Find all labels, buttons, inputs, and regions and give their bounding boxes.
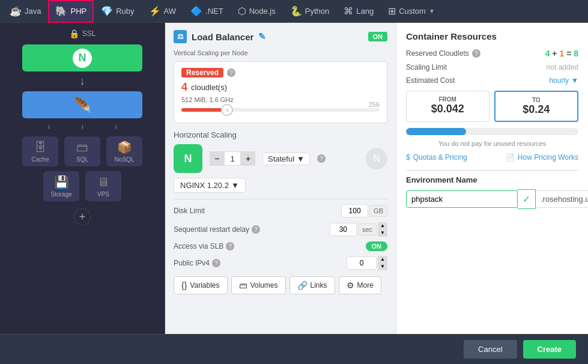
stateful-select[interactable]: Stateful ▼ [262, 153, 310, 165]
restart-down-button[interactable]: ▼ [378, 229, 387, 237]
ipv4-stepper[interactable]: ▲ ▼ [378, 256, 387, 270]
tab-custom[interactable]: ⊞ Custom ▼ [381, 0, 442, 23]
disk-limit-label: Disk Limit [174, 207, 205, 215]
scaling-limit-value: not added [547, 63, 578, 71]
nginx-block[interactable]: N [22, 44, 142, 71]
tab-nodejs[interactable]: ⬡ Node.js [231, 0, 283, 23]
tab-java-label: Java [25, 7, 41, 16]
slider-container: 256 ⊙ [181, 108, 380, 112]
links-icon: 🔗 [297, 281, 308, 290]
horizontal-scaling-section: Horizontal Scaling N − 1 + Stateful ▼ ? … [174, 130, 387, 193]
nosql-icon: 📦 [117, 140, 132, 154]
storage-label: Storage [50, 191, 71, 198]
main-content: 🔒 SSL N ↓ 🪶 ↓ ↓ ↓ 🗄 Cache 🗃 SQL [0, 23, 588, 334]
bottom-bar: Cancel Create [0, 334, 588, 364]
slb-help-icon[interactable]: ? [226, 242, 234, 250]
quotas-pricing-link[interactable]: $ Quotas & Pricing [406, 153, 467, 162]
ipv4-down-button[interactable]: ▼ [378, 263, 387, 270]
slb-row: Access via SLB ? ON [174, 241, 387, 251]
cloudlet-specs: 512 MiB, 1.6 GHz [181, 96, 380, 103]
stepper-minus-button[interactable]: − [210, 151, 224, 166]
restart-delay-row: Sequential restart delay ? sec ▲ ▼ [174, 222, 387, 237]
restart-stepper[interactable]: ▲ ▼ [378, 222, 387, 237]
storage-box[interactable]: 💾 Storage [43, 171, 79, 201]
horizontal-scaling-label: Horizontal Scaling [174, 130, 387, 139]
env-name-label: Environment Name [406, 175, 578, 184]
tab-ruby-label: Ruby [116, 7, 134, 16]
vps-label: VPS [97, 191, 109, 198]
reserved-cloudlets-label-container: Reserved Cloudlets ? [406, 49, 480, 58]
cancel-button[interactable]: Cancel [464, 340, 517, 359]
tab-php[interactable]: 🐘 PHP [48, 0, 94, 23]
ipv4-help-icon[interactable]: ? [212, 259, 220, 267]
tab-bar: ☕ Java 🐘 PHP 💎 Ruby ⚡ AW 🔷 .NET ⬡ Node.j… [0, 0, 588, 23]
calc-eq: = [566, 49, 574, 58]
links-button[interactable]: 🔗 Links [289, 276, 335, 294]
scaling-limit-row: Scaling Limit not added [406, 63, 578, 71]
edit-icon[interactable]: ✎ [258, 31, 266, 42]
reserved-help-icon[interactable]: ? [227, 68, 235, 77]
nosql-box[interactable]: 📦 NoSQL [106, 136, 142, 166]
lb-toggle[interactable]: ON [368, 32, 388, 41]
slb-toggle[interactable]: ON [366, 241, 388, 251]
node-stepper[interactable]: − 1 + [210, 151, 255, 166]
cache-box[interactable]: 🗄 Cache [22, 136, 58, 166]
tab-php-label: PHP [70, 7, 86, 16]
ssl-label: SSL [82, 29, 96, 38]
section-title-label: Load Balancer [192, 32, 253, 42]
tab-aw[interactable]: ⚡ AW [142, 0, 183, 23]
volumes-label: Volumes [250, 281, 278, 290]
container-resources-title: Container Resources [406, 31, 578, 41]
vps-box[interactable]: 🖥 VPS [85, 171, 121, 201]
env-domain: .rosehosting.us [536, 190, 588, 208]
slider-thumb[interactable]: ⊙ [221, 104, 233, 116]
volumes-button[interactable]: 🗃 Volumes [231, 276, 286, 294]
more-button[interactable]: ⚙ More [339, 276, 381, 294]
stepper-value: 1 [224, 151, 241, 166]
more-icon: ⚙ [347, 281, 354, 290]
nginx-version-label: NGINX 1.20.2 [180, 181, 229, 190]
tab-python[interactable]: 🐍 Python [283, 0, 336, 23]
reserved-header: Reserved ? [181, 68, 380, 77]
tab-net[interactable]: 🔷 .NET [183, 0, 231, 23]
restart-up-button[interactable]: ▲ [378, 222, 387, 229]
storage-row-1: 🗄 Cache 🗃 SQL 📦 NoSQL [22, 136, 142, 166]
cloudlet-unit: cloudlet(s) [191, 83, 227, 92]
stepper-plus-button[interactable]: + [241, 151, 255, 166]
restart-delay-help-icon[interactable]: ? [252, 225, 260, 234]
ipv4-up-button[interactable]: ▲ [378, 256, 387, 263]
stateful-help-icon[interactable]: ? [317, 154, 326, 163]
stateful-label: Stateful [268, 154, 294, 163]
tab-custom-label: Custom [399, 7, 426, 16]
from-label: FROM [411, 96, 484, 103]
restart-delay-input[interactable] [330, 223, 357, 236]
hourly-select[interactable]: hourly ▼ [549, 76, 578, 85]
disk-input[interactable] [341, 204, 368, 217]
estimated-cost-label: Estimated Cost [406, 76, 455, 85]
usage-bar [406, 128, 578, 135]
ipv4-value-box: ▲ ▼ [347, 256, 387, 270]
variables-button[interactable]: {} Variables [174, 276, 228, 294]
create-button[interactable]: Create [523, 340, 576, 359]
add-button[interactable]: + [74, 208, 91, 225]
ipv4-row: Public IPv4 ? ▲ ▼ [174, 256, 387, 270]
tab-ruby[interactable]: 💎 Ruby [94, 0, 141, 23]
tab-lang[interactable]: ⌘ Lang [336, 0, 381, 23]
ipv4-input[interactable] [347, 256, 377, 270]
section-header: ⚖ Load Balancer ✎ ON [174, 30, 387, 43]
pricing-links: $ Quotas & Pricing 📄 How Pricing Works [406, 153, 578, 162]
hourly-chevron-icon: ▼ [571, 76, 578, 85]
tab-java[interactable]: ☕ Java [2, 0, 48, 23]
env-name-input[interactable] [406, 190, 518, 208]
nginx-version-select[interactable]: NGINX 1.20.2 ▼ [174, 178, 246, 193]
php-block[interactable]: 🪶 [22, 91, 142, 118]
restart-delay-label: Sequential restart delay ? [174, 225, 260, 234]
reserved-cloudlets-help-icon[interactable]: ? [472, 49, 480, 58]
separator [174, 199, 387, 199]
env-check-button[interactable]: ✓ [518, 189, 536, 209]
how-pricing-link[interactable]: 📄 How Pricing Works [506, 153, 578, 162]
sql-box[interactable]: 🗃 SQL [64, 136, 100, 166]
cloudlet-count: 4 [181, 81, 187, 94]
price-boxes: FROM $0.042 TO $0.24 [406, 91, 578, 122]
disk-limit-row: Disk Limit GB [174, 204, 387, 217]
